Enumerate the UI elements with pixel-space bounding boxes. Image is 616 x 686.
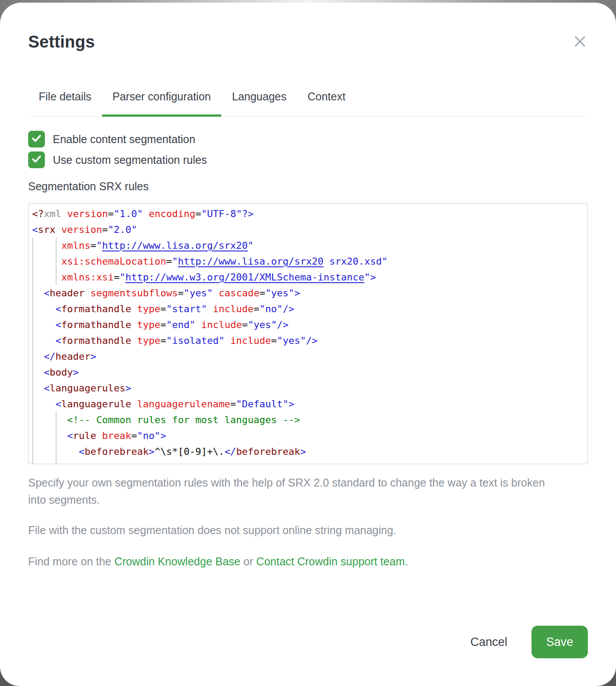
cancel-button[interactable]: Cancel (470, 635, 507, 649)
close-button[interactable] (569, 32, 590, 53)
code-line: <afterbreak>\s</afterbreak> (32, 460, 584, 464)
tab-parser-configuration[interactable]: Parser configuration (102, 90, 222, 116)
help-text-find-more: Find more on the Crowdin Knowledge Base … (28, 553, 588, 570)
checkmark-icon (31, 133, 42, 146)
code-line: xmlns:xsi="http://www.w3.org/2001/XMLSch… (32, 269, 584, 285)
code-line: <rule break="no"> (32, 428, 584, 444)
code-line: xmlns="http://www.lisa.org/srx20" (32, 238, 584, 254)
dialog-title: Settings (28, 3, 588, 52)
help-text-segmentation: Specify your own segmentation rules with… (28, 474, 561, 509)
srx-rules-label: Segmentation SRX rules (28, 180, 588, 193)
indent-guide (56, 238, 56, 285)
checkbox-enable-content-segmentation[interactable]: Enable content segmentation (28, 131, 588, 148)
contact-support-link[interactable]: Contact Crowdin support team. (256, 555, 408, 568)
checked-checkbox (28, 131, 45, 148)
indent-guide (56, 412, 56, 464)
code-line: <body> (32, 365, 584, 380)
tab-context[interactable]: Context (297, 90, 356, 116)
code-line: <srx version="2.0" (32, 222, 584, 238)
code-line: <?xml version="1.0" encoding="UTF-8"?> (32, 206, 584, 222)
checkbox-use-custom-segmentation-rules[interactable]: Use custom segmentation rules (28, 151, 588, 168)
checked-checkbox (28, 151, 45, 168)
code-line: <formathandle type="end" include="yes"/> (32, 317, 584, 333)
code-line: <beforebreak>^\s*[0-9]+\.</beforebreak> (32, 444, 584, 460)
code-line: <languagerules> (32, 380, 584, 396)
code-content: <?xml version="1.0" encoding="UTF-8"?><s… (32, 206, 584, 464)
find-more-middle: or (240, 555, 256, 568)
knowledge-base-link[interactable]: Crowdin Knowledge Base (114, 555, 240, 568)
code-line: <!-- Common rules for most languages --> (32, 412, 584, 428)
settings-dialog: Settings File details Parser configurati… (0, 3, 616, 686)
code-line: xsi:schemaLocation="http://www.lisa.org/… (32, 254, 584, 269)
save-button[interactable]: Save (532, 626, 588, 658)
tab-file-details[interactable]: File details (28, 90, 102, 116)
find-more-prefix: Find more on the (28, 555, 114, 568)
tab-bar: File details Parser configuration Langua… (28, 90, 588, 117)
checkbox-label: Use custom segmentation rules (53, 154, 207, 166)
code-line: <header segmentsubflows="yes" cascade="y… (32, 285, 584, 301)
code-line: </header> (32, 349, 584, 365)
checkmark-icon (31, 153, 42, 166)
code-line: <languagerule languagerulename="Default"… (32, 396, 584, 412)
indent-guide (33, 238, 33, 464)
close-icon (573, 34, 587, 50)
code-line: <formathandle type="start" include="no"/… (32, 301, 584, 317)
help-text-online-managing: File with the custom segmentation does n… (28, 522, 588, 539)
srx-rules-editor[interactable]: <?xml version="1.0" encoding="UTF-8"?><s… (28, 203, 588, 464)
dialog-footer: Cancel Save (28, 626, 588, 658)
checkbox-label: Enable content segmentation (53, 133, 195, 146)
code-line: <formathandle type="isolated" include="y… (32, 333, 584, 349)
tab-languages[interactable]: Languages (221, 90, 297, 116)
